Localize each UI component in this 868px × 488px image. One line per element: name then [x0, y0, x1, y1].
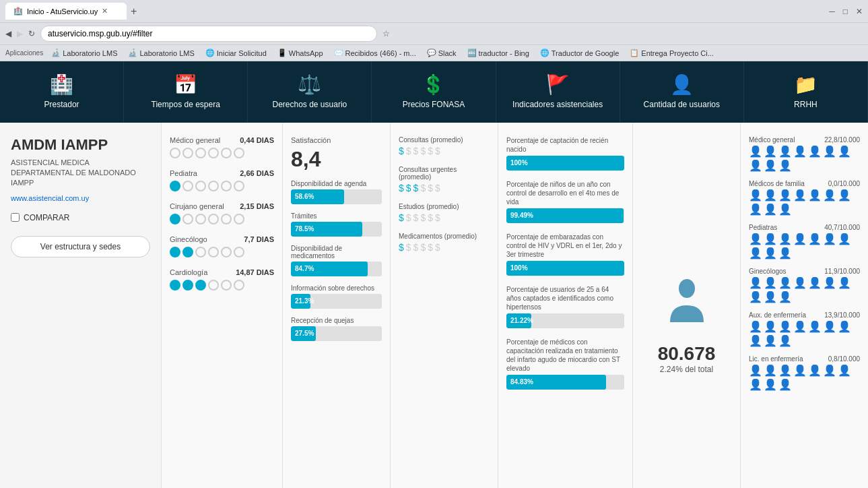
- person-8: 👤: [749, 334, 762, 347]
- person-6: 👤: [823, 189, 836, 202]
- money-1: $: [399, 146, 404, 156]
- derechos-quejas-bar-bg: 27.5%: [291, 326, 382, 341]
- nav-prestador-label: Prestador: [44, 100, 79, 111]
- money-5: $: [428, 212, 433, 223]
- person-6: 👤: [823, 320, 836, 333]
- person-4: 👤: [793, 189, 807, 202]
- nav-usuarios[interactable]: 👤 Cantidad de usuarios: [620, 61, 744, 123]
- rrhh-aux-enfermeria: Aux. de enfermería 13,9/10.000 👤 👤 👤 👤 👤…: [749, 311, 860, 347]
- content-area: AMDM IAMPP ASISTENCIAL MEDICA DEPARTAMEN…: [0, 123, 868, 488]
- person-7: 👤: [838, 189, 851, 202]
- derechos-informacion-bar-fill: 21.3%: [291, 294, 310, 309]
- derechos-agenda-bar-bg: 58.6%: [291, 189, 382, 204]
- person-4: 👤: [793, 145, 807, 158]
- money-3: $: [413, 183, 419, 193]
- nav-precios[interactable]: 💲 Precios FONASA: [372, 61, 496, 123]
- bookmark-lab2[interactable]: 🔬 Laboratorio LMS: [125, 47, 197, 59]
- bookmark-solicitud[interactable]: 🌐 Iniciar Solicitud: [203, 47, 269, 59]
- tiempo-pediatra-label: Pediatra: [170, 169, 197, 177]
- nav-prestador[interactable]: 🏥 Prestador: [0, 61, 124, 123]
- bookmark-google-translate[interactable]: 🌐 Traductor de Google: [537, 47, 622, 59]
- active-tab[interactable]: 🏥 Inicio - AtuServicio.uy ✕: [5, 3, 127, 20]
- money-5: $: [428, 146, 433, 156]
- person-7: 👤: [838, 145, 851, 158]
- derechos-agenda-pct: 58.6%: [295, 193, 314, 200]
- usuarios-count: 80.678: [658, 343, 716, 365]
- tiempo-cirujano: Cirujano general 2,15 DIAS: [170, 202, 274, 224]
- rrhh-aux-enfermeria-label: Aux. de enfermería 13,9/10.000: [749, 311, 860, 319]
- derechos-informacion-label: Información sobre derechos: [291, 284, 382, 292]
- forward-button[interactable]: ▶: [17, 29, 23, 38]
- derechos-quejas-label: Recepción de quejas: [291, 317, 382, 324]
- nav-rrhh[interactable]: 📁 RRHH: [744, 61, 868, 123]
- tiempo-cirujano-value: 2,15 DIAS: [240, 202, 274, 212]
- dot-3: [195, 181, 206, 191]
- new-tab-button[interactable]: +: [131, 5, 137, 18]
- org-website[interactable]: www.asistencial.com.uy: [11, 194, 150, 202]
- nav-derechos[interactable]: ⚖️ Derechos de usuario: [248, 61, 372, 123]
- derechos-quejas: Recepción de quejas 27.5%: [291, 317, 382, 341]
- money-5: $: [428, 183, 433, 193]
- money-2: $: [406, 212, 411, 223]
- person-9: 👤: [764, 247, 777, 260]
- usuarios-percentage: 2.24% del total: [660, 365, 713, 374]
- person-10: 👤: [778, 247, 792, 260]
- ver-estructura-button[interactable]: Ver estructura y sedes: [11, 236, 150, 257]
- compare-checkbox[interactable]: [11, 213, 20, 222]
- dot-3: [195, 280, 206, 291]
- url-input[interactable]: [40, 26, 377, 42]
- dot-6: [234, 181, 244, 191]
- dot-5: [221, 214, 232, 224]
- person-1: 👤: [749, 233, 762, 245]
- person-6: 👤: [823, 233, 836, 245]
- dot-4: [208, 181, 219, 191]
- money-4: $: [420, 183, 426, 193]
- rrhh-ginecologos-label: Ginecólogos 11,9/10.000: [749, 268, 860, 275]
- medicamentos-icons: $ $ $ $ $ $: [399, 242, 490, 253]
- close-button[interactable]: ✕: [856, 7, 863, 16]
- maximize-button[interactable]: □: [843, 7, 848, 16]
- indicador-captacion: Porcentaje de captación de recién nacido…: [506, 136, 624, 171]
- person-4: 👤: [793, 276, 807, 289]
- app-container: 🏥 Prestador 📅 Tiempos de espera ⚖️ Derec…: [0, 61, 868, 488]
- nav-indicadores[interactable]: 🚩 Indicadores asistenciales: [496, 61, 620, 123]
- rrhh-lic-enfermeria-name: Lic. en enfermería: [749, 355, 803, 363]
- tiempo-cardiologia-dots: [170, 280, 274, 291]
- person-9: 👤: [764, 291, 777, 303]
- indicador-hipertensos-label: Porcentaje de usuarios de 25 a 64 años c…: [506, 285, 624, 311]
- person-6: 👤: [823, 145, 836, 158]
- person-3: 👤: [778, 145, 792, 158]
- indicador-hipertensos-bar: 21.22%: [506, 313, 624, 328]
- back-button[interactable]: ◀: [5, 29, 11, 38]
- rrhh-ginecologos-value: 11,9/10.000: [824, 268, 860, 275]
- dot-5: [221, 280, 232, 291]
- bookmark-mail[interactable]: ✉️ Recibidos (466) - m...: [331, 47, 419, 59]
- consultas-general-label: Consultas (promedio): [399, 136, 490, 144]
- nav-tiempos[interactable]: 📅 Tiempos de espera: [124, 61, 248, 123]
- bookmark-lab1[interactable]: 🔬 Laboratorio LMS: [48, 47, 120, 59]
- bookmark-entrega[interactable]: 📋 Entrega Proyecto Ci...: [627, 47, 716, 59]
- tab-close-button[interactable]: ✕: [102, 7, 108, 16]
- rrhh-aux-enfermeria-icons: 👤 👤 👤 👤 👤 👤 👤 👤 👤 👤: [749, 320, 860, 347]
- rrhh-medicos-familia-name: Médicos de familia: [749, 180, 805, 187]
- person-3: 👤: [778, 320, 792, 333]
- person-5: 👤: [808, 233, 822, 245]
- indicadores-panel: Porcentaje de captación de recién nacido…: [498, 123, 633, 488]
- tiempos-icon: 📅: [174, 73, 197, 96]
- money-4: $: [420, 242, 426, 253]
- person-9: 👤: [764, 334, 777, 347]
- person-1: 👤: [749, 189, 762, 202]
- rrhh-pediatras-name: Pediatras: [749, 224, 777, 231]
- rrhh-lic-enfermeria: Lic. en enfermería 0,8/10.000 👤 👤 👤 👤 👤 …: [749, 355, 860, 391]
- reload-button[interactable]: ↻: [28, 29, 35, 38]
- bookmark-whatsapp[interactable]: 📱 WhatsApp: [275, 47, 326, 59]
- derechos-tramites-label: Trámites: [291, 212, 382, 220]
- minimize-button[interactable]: ─: [829, 7, 835, 16]
- person-4: 👤: [793, 320, 807, 333]
- bookmark-star[interactable]: ☆: [382, 29, 390, 38]
- bookmark-slack[interactable]: 💬 Slack: [424, 47, 459, 59]
- bookmark-bing[interactable]: 🔤 traductor - Bing: [465, 47, 532, 59]
- dot-3: [195, 247, 206, 257]
- consultas-urgentes: Consultas urgentes (promedio) $ $ $ $ $ …: [399, 166, 490, 193]
- dot-5: [221, 247, 232, 257]
